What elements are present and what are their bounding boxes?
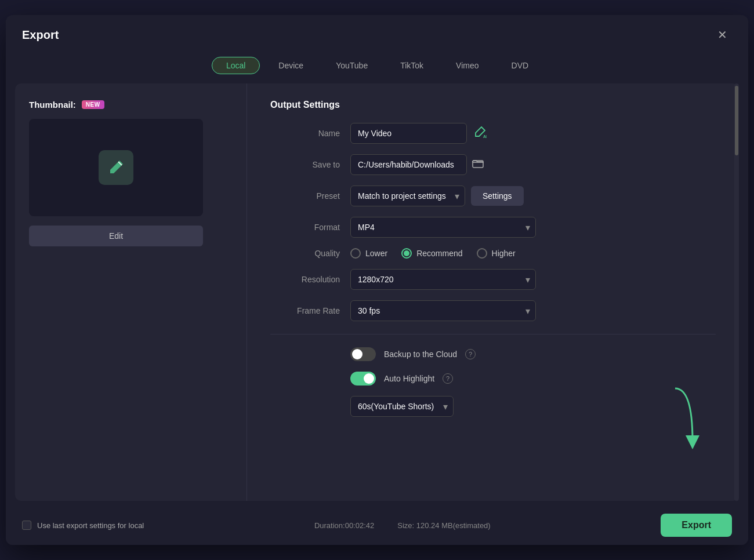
save-to-input-group bbox=[350, 154, 484, 175]
quality-row: Quality Lower Recommend Higher bbox=[270, 248, 716, 259]
backup-toggle-row: Backup to the Cloud ? bbox=[270, 347, 716, 361]
folder-icon[interactable] bbox=[472, 157, 484, 173]
settings-button[interactable]: Settings bbox=[471, 186, 524, 206]
quality-recommend-label: Recommend bbox=[416, 249, 462, 258]
autohighlight-options-row: 60s(YouTube Shorts) bbox=[270, 396, 716, 417]
output-settings-title: Output Settings bbox=[270, 100, 716, 110]
resolution-row: Resolution 1280x720 bbox=[270, 269, 716, 290]
tab-youtube[interactable]: YouTube bbox=[322, 57, 382, 74]
preset-select[interactable]: Match to project settings bbox=[350, 186, 465, 206]
folder-svg bbox=[472, 157, 484, 170]
tab-local[interactable]: Local bbox=[212, 57, 260, 74]
size-label: Size: 120.24 MB(estimated) bbox=[397, 521, 490, 530]
framerate-select-wrapper: 30 fps bbox=[350, 300, 536, 321]
format-row: Format MP4 bbox=[270, 217, 716, 238]
framerate-row: Frame Rate 30 fps bbox=[270, 300, 716, 321]
quality-lower-label: Lower bbox=[365, 249, 387, 258]
quality-lower[interactable]: Lower bbox=[350, 248, 387, 259]
footer-info: Duration:00:02:42 Size: 120.24 MB(estima… bbox=[144, 521, 661, 530]
autohighlight-toggle-knob bbox=[364, 373, 374, 384]
name-input[interactable] bbox=[350, 123, 467, 144]
autohighlight-select[interactable]: 60s(YouTube Shorts) bbox=[350, 396, 454, 417]
quality-label: Quality bbox=[270, 249, 340, 258]
autohighlight-help-icon[interactable]: ? bbox=[443, 373, 453, 384]
quality-higher[interactable]: Higher bbox=[477, 248, 516, 259]
preset-input-group: Match to project settings Settings bbox=[350, 186, 524, 206]
resolution-select-wrapper: 1280x720 bbox=[350, 269, 536, 290]
name-input-group: AI bbox=[350, 123, 487, 144]
dialog-title: Export bbox=[22, 28, 59, 42]
format-select[interactable]: MP4 bbox=[350, 217, 536, 238]
divider bbox=[270, 334, 716, 334]
autohighlight-label: Auto Highlight bbox=[384, 374, 434, 383]
thumbnail-text: Thumbnail: bbox=[29, 100, 76, 110]
backup-toggle-knob bbox=[352, 349, 362, 359]
thumbnail-label: Thumbnail: NEW bbox=[29, 100, 233, 110]
framerate-select[interactable]: 30 fps bbox=[350, 300, 536, 321]
radio-lower-circle bbox=[350, 248, 361, 259]
save-to-row: Save to bbox=[270, 154, 716, 175]
quality-recommend[interactable]: Recommend bbox=[401, 248, 462, 259]
tabs-row: Local Device YouTube TikTok Vimeo DVD bbox=[6, 52, 748, 83]
scrollbar-thumb bbox=[735, 86, 738, 155]
name-row: Name AI bbox=[270, 123, 716, 144]
backup-toggle[interactable] bbox=[350, 347, 376, 361]
export-button[interactable]: Export bbox=[661, 514, 732, 537]
quality-higher-label: Higher bbox=[492, 249, 516, 258]
tab-device[interactable]: Device bbox=[264, 57, 317, 74]
radio-recommend-circle bbox=[401, 248, 412, 259]
last-settings-checkbox-label[interactable]: Use last export settings for local bbox=[22, 521, 144, 530]
right-panel: Output Settings Name AI Save to bbox=[247, 83, 739, 501]
tab-vimeo[interactable]: Vimeo bbox=[442, 57, 492, 74]
dialog-header: Export ✕ bbox=[6, 15, 748, 52]
autohighlight-toggle-row: Auto Highlight ? bbox=[270, 372, 716, 386]
footer: Use last export settings for local Durat… bbox=[6, 506, 748, 545]
edit-button[interactable]: Edit bbox=[29, 226, 203, 246]
autohighlight-toggle[interactable] bbox=[350, 372, 376, 386]
backup-label: Backup to the Cloud bbox=[384, 350, 457, 359]
preset-row: Preset Match to project settings Setting… bbox=[270, 186, 716, 206]
format-select-wrapper: MP4 bbox=[350, 217, 536, 238]
format-label: Format bbox=[270, 223, 340, 232]
autohighlight-select-wrapper: 60s(YouTube Shorts) bbox=[350, 396, 454, 417]
left-panel: Thumbnail: NEW Edit bbox=[15, 83, 247, 501]
ai-pencil-icon: AI bbox=[473, 125, 487, 139]
preset-select-wrapper: Match to project settings bbox=[350, 186, 465, 206]
last-settings-label: Use last export settings for local bbox=[37, 521, 144, 530]
ai-icon[interactable]: AI bbox=[473, 125, 487, 142]
content-area: Thumbnail: NEW Edit Output Settings Name bbox=[15, 83, 739, 501]
tab-dvd[interactable]: DVD bbox=[498, 57, 543, 74]
close-button[interactable]: ✕ bbox=[713, 26, 732, 44]
pencil-icon bbox=[107, 158, 125, 177]
thumbnail-preview bbox=[29, 119, 203, 216]
backup-help-icon[interactable]: ? bbox=[465, 349, 476, 359]
tab-tiktok[interactable]: TikTok bbox=[386, 57, 437, 74]
last-settings-checkbox[interactable] bbox=[22, 521, 31, 530]
svg-text:AI: AI bbox=[483, 134, 487, 139]
preset-label: Preset bbox=[270, 191, 340, 201]
new-badge: NEW bbox=[82, 100, 104, 109]
radio-higher-circle bbox=[477, 248, 487, 259]
export-dialog: Export ✕ Local Device YouTube TikTok Vim… bbox=[6, 15, 748, 545]
duration-label: Duration:00:02:42 bbox=[314, 521, 374, 530]
name-label: Name bbox=[270, 129, 340, 138]
save-to-input[interactable] bbox=[350, 154, 467, 175]
thumbnail-icon bbox=[99, 150, 133, 185]
scrollbar[interactable] bbox=[734, 83, 739, 501]
resolution-label: Resolution bbox=[270, 275, 340, 284]
save-to-label: Save to bbox=[270, 160, 340, 169]
quality-radio-group: Lower Recommend Higher bbox=[350, 248, 516, 259]
resolution-select[interactable]: 1280x720 bbox=[350, 269, 536, 290]
framerate-label: Frame Rate bbox=[270, 306, 340, 315]
